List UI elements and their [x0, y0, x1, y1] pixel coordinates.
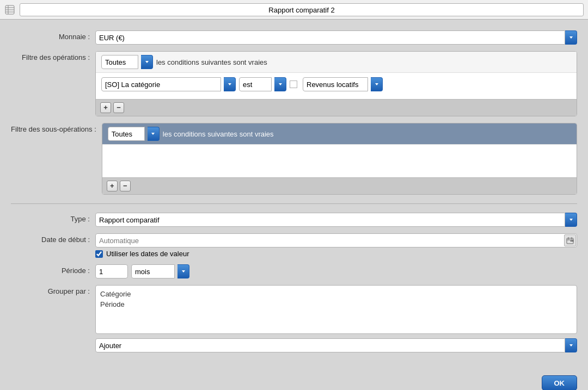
ajouter-select[interactable]: Ajouter [95, 338, 565, 352]
periode-label: Période : [11, 264, 95, 275]
toutes-sous-arrow[interactable] [148, 127, 160, 141]
svg-marker-18 [182, 270, 185, 273]
filtre-sous-control: Toutes les conditions suivantes sont vra… [102, 123, 577, 195]
periode-control: mois [95, 264, 577, 278]
revenus-select-wrap[interactable]: Revenus locatifs [303, 77, 368, 91]
filtre-sous-conditions [102, 145, 577, 177]
monnaie-dropdown-arrow[interactable] [565, 30, 577, 45]
add-sous-condition-button[interactable]: + [107, 181, 118, 191]
use-dates-label: Utiliser les dates de valeur [106, 250, 189, 258]
filtre-operations-label: Filtre des opérations : [11, 51, 95, 61]
category-select[interactable]: [SO] La catégorie [101, 77, 221, 91]
svg-rect-16 [571, 240, 572, 242]
monnaie-label: Monnaie : [11, 30, 95, 41]
grouper-control: Catégorie Période Ajouter [95, 285, 577, 352]
toutes-sous-select-wrap[interactable]: Toutes [108, 127, 145, 141]
date-calendar-icon[interactable] [564, 234, 576, 246]
remove-condition-button[interactable]: − [113, 102, 124, 113]
date-debut-wrap [95, 233, 577, 247]
ok-row: OK [0, 370, 588, 390]
date-debut-control: Utiliser les dates de valeur [95, 233, 577, 258]
type-dropdown-arrow[interactable] [565, 213, 577, 227]
ok-button[interactable]: OK [542, 375, 578, 390]
type-select-wrap[interactable]: Rapport comparatif [95, 213, 577, 227]
add-condition-button[interactable]: + [100, 102, 111, 113]
svg-rect-17 [572, 240, 573, 242]
grouper-label: Grouper par : [11, 285, 95, 295]
svg-marker-10 [151, 133, 155, 135]
type-label: Type : [11, 213, 95, 223]
periode-row: Période : mois [11, 264, 577, 278]
category-arrow[interactable] [224, 77, 236, 91]
filtre-operations-box: Toutes les conditions suivantes sont vra… [95, 51, 577, 116]
category-select-wrap[interactable]: [SO] La catégorie [101, 77, 221, 91]
filtre-operations-footer: + − [96, 99, 577, 116]
revenus-select[interactable]: Revenus locatifs [303, 77, 368, 91]
filtre-sous-label: Filtre des sous-opérations : [11, 123, 102, 133]
svg-marker-7 [228, 83, 231, 85]
mois-arrow[interactable] [177, 264, 189, 278]
separator-1 [11, 203, 577, 204]
svg-marker-5 [569, 36, 573, 39]
monnaie-row: Monnaie : EUR (€) [11, 30, 577, 45]
date-debut-row: Date de début : Utilise [11, 233, 577, 258]
filtre-sous-header: Toutes les conditions suivantes sont vra… [102, 123, 577, 145]
type-control: Rapport comparatif [95, 213, 577, 227]
ajouter-wrap: Ajouter [95, 338, 577, 352]
use-dates-checkbox[interactable] [95, 250, 103, 258]
main-content: Monnaie : EUR (€) Filtre des opérations … [0, 20, 588, 370]
revenus-checkbox[interactable] [290, 81, 297, 88]
filtre-sous-box: Toutes les conditions suivantes sont vra… [102, 123, 577, 195]
filtre-sous-condition-text: les conditions suivantes sont vraies [163, 130, 274, 138]
grouper-item-periode: Période [100, 299, 572, 309]
svg-marker-9 [375, 83, 378, 85]
periode-inputs: mois [95, 264, 577, 278]
toutes-operations-select[interactable]: Toutes [101, 55, 138, 69]
grouper-list: Catégorie Période [95, 285, 577, 334]
filtre-operations-row: Filtre des opérations : Toutes les condi… [11, 51, 577, 116]
title-bar-icon [4, 4, 15, 15]
mois-select-wrap[interactable]: mois [131, 264, 175, 278]
remove-sous-condition-button[interactable]: − [120, 181, 131, 191]
revenus-arrow[interactable] [371, 77, 383, 91]
filtre-operations-condition-text: les conditions suivantes sont vraies [156, 58, 267, 66]
svg-marker-6 [145, 61, 149, 63]
toutes-operations-arrow[interactable] [141, 55, 153, 69]
monnaie-select[interactable]: EUR (€) [95, 30, 565, 45]
use-dates-row: Utiliser les dates de valeur [95, 250, 577, 258]
est-select[interactable]: est [239, 77, 272, 91]
mois-select[interactable]: mois [131, 264, 175, 278]
svg-marker-8 [279, 83, 282, 85]
date-debut-label: Date de début : [11, 233, 95, 244]
title-bar: Rapport comparatif 2 [0, 0, 588, 20]
page-title: Rapport comparatif 2 [20, 3, 584, 16]
type-row: Type : Rapport comparatif [11, 213, 577, 227]
svg-marker-19 [569, 344, 573, 346]
svg-marker-11 [569, 219, 573, 221]
filtre-operations-conditions: [SO] La catégorie est [96, 73, 577, 99]
type-select[interactable]: Rapport comparatif [95, 213, 565, 227]
ajouter-select-wrap[interactable]: Ajouter [95, 338, 577, 352]
grouper-item-categorie: Catégorie [100, 289, 572, 299]
ajouter-dropdown-arrow[interactable] [565, 338, 577, 352]
filtre-operations-control: Toutes les conditions suivantes sont vra… [95, 51, 577, 116]
est-select-wrap[interactable]: est [239, 77, 272, 91]
grouper-row: Grouper par : Catégorie Période Ajouter [11, 285, 577, 352]
filtre-sous-footer: + − [102, 177, 577, 194]
date-debut-input[interactable] [95, 233, 577, 247]
filtre-condition-row-1: [SO] La catégorie est [101, 77, 571, 91]
est-arrow[interactable] [274, 77, 286, 91]
periode-input[interactable] [95, 264, 128, 278]
toutes-operations-select-wrap[interactable]: Toutes [101, 55, 138, 69]
monnaie-select-wrap[interactable]: EUR (€) [95, 30, 577, 45]
filtre-operations-header: Toutes les conditions suivantes sont vra… [96, 52, 577, 73]
toutes-sous-select[interactable]: Toutes [108, 127, 145, 141]
filtre-sous-row: Filtre des sous-opérations : Toutes les … [11, 123, 577, 195]
monnaie-control: EUR (€) [95, 30, 577, 45]
